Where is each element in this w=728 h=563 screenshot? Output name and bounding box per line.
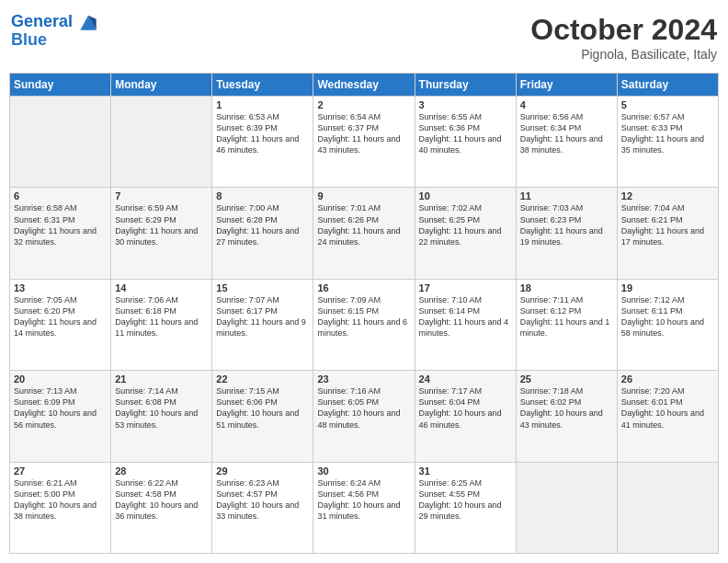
day-info: Sunrise: 6:53 AMSunset: 6:39 PMDaylight:…: [216, 111, 309, 156]
day-number: 6: [14, 190, 107, 201]
table-row: 22 Sunrise: 7:15 AMSunset: 6:06 PMDaylig…: [212, 371, 313, 462]
day-number: 22: [216, 373, 309, 385]
day-info: Sunrise: 6:25 AMSunset: 4:55 PMDaylight:…: [419, 477, 512, 523]
day-number: 19: [621, 282, 714, 293]
table-row: 26 Sunrise: 7:20 AMSunset: 6:01 PMDaylig…: [617, 371, 718, 462]
calendar-table: Sunday Monday Tuesday Wednesday Thursday…: [9, 73, 719, 554]
day-info: Sunrise: 7:15 AMSunset: 6:06 PMDaylight:…: [216, 385, 309, 431]
logo-text2: Blue: [11, 31, 47, 50]
col-friday: Friday: [516, 74, 617, 97]
day-number: 31: [419, 465, 512, 477]
table-row: 21 Sunrise: 7:14 AMSunset: 6:08 PMDaylig…: [111, 371, 212, 462]
table-row: 28 Sunrise: 6:22 AMSunset: 4:58 PMDaylig…: [111, 462, 212, 553]
day-number: 12: [621, 190, 714, 201]
day-info: Sunrise: 7:12 AMSunset: 6:11 PMDaylight:…: [621, 294, 714, 339]
day-info: Sunrise: 6:59 AMSunset: 6:29 PMDaylight:…: [115, 202, 208, 247]
day-info: Sunrise: 7:07 AMSunset: 6:17 PMDaylight:…: [216, 294, 309, 339]
table-row: 23 Sunrise: 7:16 AMSunset: 6:05 PMDaylig…: [313, 371, 415, 462]
calendar-week-row: 27 Sunrise: 6:21 AMSunset: 5:00 PMDaylig…: [10, 462, 719, 553]
day-number: 14: [115, 282, 208, 293]
day-number: 28: [115, 465, 208, 477]
logo-text: General: [11, 13, 97, 31]
day-number: 4: [520, 99, 613, 110]
day-number: 16: [317, 282, 410, 293]
table-row: 30 Sunrise: 6:24 AMSunset: 4:56 PMDaylig…: [313, 462, 415, 553]
day-number: 26: [621, 373, 714, 385]
month-title: October 2024: [530, 13, 717, 47]
table-row: 3 Sunrise: 6:55 AMSunset: 6:36 PMDayligh…: [415, 97, 516, 188]
table-row: [516, 462, 617, 553]
day-info: Sunrise: 6:57 AMSunset: 6:33 PMDaylight:…: [621, 111, 714, 156]
day-info: Sunrise: 7:11 AMSunset: 6:12 PMDaylight:…: [520, 294, 613, 339]
day-number: 27: [14, 465, 107, 477]
calendar-week-row: 20 Sunrise: 7:13 AMSunset: 6:09 PMDaylig…: [10, 371, 719, 462]
day-info: Sunrise: 6:24 AMSunset: 4:56 PMDaylight:…: [317, 477, 410, 523]
table-row: 20 Sunrise: 7:13 AMSunset: 6:09 PMDaylig…: [10, 371, 111, 462]
table-row: 29 Sunrise: 6:23 AMSunset: 4:57 PMDaylig…: [212, 462, 313, 553]
day-number: 1: [216, 99, 309, 110]
day-number: 18: [520, 282, 613, 293]
day-number: 3: [419, 99, 512, 110]
day-number: 8: [216, 190, 309, 201]
day-info: Sunrise: 7:16 AMSunset: 6:05 PMDaylight:…: [317, 385, 410, 431]
table-row: 25 Sunrise: 7:18 AMSunset: 6:02 PMDaylig…: [516, 371, 617, 462]
day-info: Sunrise: 7:13 AMSunset: 6:09 PMDaylight:…: [14, 385, 107, 431]
title-block: October 2024 Pignola, Basilicate, Italy: [530, 13, 717, 62]
day-info: Sunrise: 7:20 AMSunset: 6:01 PMDaylight:…: [621, 385, 714, 431]
day-number: 7: [115, 190, 208, 201]
day-info: Sunrise: 7:17 AMSunset: 6:04 PMDaylight:…: [419, 385, 512, 431]
table-row: 1 Sunrise: 6:53 AMSunset: 6:39 PMDayligh…: [212, 97, 313, 188]
table-row: [617, 462, 718, 553]
day-info: Sunrise: 7:01 AMSunset: 6:26 PMDaylight:…: [317, 202, 410, 247]
col-tuesday: Tuesday: [212, 74, 313, 97]
table-row: 8 Sunrise: 7:00 AMSunset: 6:28 PMDayligh…: [212, 188, 313, 279]
day-number: 21: [115, 373, 208, 385]
logo: General Blue: [11, 13, 97, 50]
day-number: 30: [317, 465, 410, 477]
day-info: Sunrise: 7:06 AMSunset: 6:18 PMDaylight:…: [115, 294, 208, 339]
day-number: 23: [317, 373, 410, 385]
table-row: 7 Sunrise: 6:59 AMSunset: 6:29 PMDayligh…: [111, 188, 212, 279]
table-row: 16 Sunrise: 7:09 AMSunset: 6:15 PMDaylig…: [313, 279, 415, 370]
header: General Blue October 2024 Pignola, Basil…: [9, 9, 719, 65]
day-info: Sunrise: 6:23 AMSunset: 4:57 PMDaylight:…: [216, 477, 309, 523]
day-info: Sunrise: 7:05 AMSunset: 6:20 PMDaylight:…: [14, 294, 107, 339]
table-row: 10 Sunrise: 7:02 AMSunset: 6:25 PMDaylig…: [415, 188, 516, 279]
calendar-week-row: 1 Sunrise: 6:53 AMSunset: 6:39 PMDayligh…: [10, 97, 719, 188]
day-number: 9: [317, 190, 410, 201]
table-row: 17 Sunrise: 7:10 AMSunset: 6:14 PMDaylig…: [415, 279, 516, 370]
logo-icon: [79, 13, 97, 31]
col-thursday: Thursday: [415, 74, 516, 97]
day-number: 15: [216, 282, 309, 293]
day-info: Sunrise: 7:09 AMSunset: 6:15 PMDaylight:…: [317, 294, 410, 339]
day-info: Sunrise: 7:02 AMSunset: 6:25 PMDaylight:…: [419, 202, 512, 247]
table-row: 15 Sunrise: 7:07 AMSunset: 6:17 PMDaylig…: [212, 279, 313, 370]
table-row: 13 Sunrise: 7:05 AMSunset: 6:20 PMDaylig…: [10, 279, 111, 370]
col-monday: Monday: [111, 74, 212, 97]
day-number: 11: [520, 190, 613, 201]
day-number: 24: [419, 373, 512, 385]
day-info: Sunrise: 6:58 AMSunset: 6:31 PMDaylight:…: [14, 202, 107, 247]
day-number: 2: [317, 99, 410, 110]
day-info: Sunrise: 6:21 AMSunset: 5:00 PMDaylight:…: [14, 477, 107, 523]
table-row: 4 Sunrise: 6:56 AMSunset: 6:34 PMDayligh…: [516, 97, 617, 188]
table-row: 11 Sunrise: 7:03 AMSunset: 6:23 PMDaylig…: [516, 188, 617, 279]
calendar-week-row: 13 Sunrise: 7:05 AMSunset: 6:20 PMDaylig…: [10, 279, 719, 370]
table-row: 31 Sunrise: 6:25 AMSunset: 4:55 PMDaylig…: [415, 462, 516, 553]
day-info: Sunrise: 6:56 AMSunset: 6:34 PMDaylight:…: [520, 111, 613, 156]
day-number: 17: [419, 282, 512, 293]
page: General Blue October 2024 Pignola, Basil…: [0, 0, 728, 563]
day-number: 5: [621, 99, 714, 110]
day-info: Sunrise: 7:04 AMSunset: 6:21 PMDaylight:…: [621, 202, 714, 247]
table-row: 24 Sunrise: 7:17 AMSunset: 6:04 PMDaylig…: [415, 371, 516, 462]
day-info: Sunrise: 7:03 AMSunset: 6:23 PMDaylight:…: [520, 202, 613, 247]
col-saturday: Saturday: [617, 74, 718, 97]
table-row: 27 Sunrise: 6:21 AMSunset: 5:00 PMDaylig…: [10, 462, 111, 553]
calendar-header-row: Sunday Monday Tuesday Wednesday Thursday…: [10, 74, 719, 97]
table-row: 2 Sunrise: 6:54 AMSunset: 6:37 PMDayligh…: [313, 97, 415, 188]
calendar-week-row: 6 Sunrise: 6:58 AMSunset: 6:31 PMDayligh…: [10, 188, 719, 279]
day-info: Sunrise: 6:54 AMSunset: 6:37 PMDaylight:…: [317, 111, 410, 156]
day-number: 13: [14, 282, 107, 293]
day-info: Sunrise: 7:14 AMSunset: 6:08 PMDaylight:…: [115, 385, 208, 431]
table-row: 12 Sunrise: 7:04 AMSunset: 6:21 PMDaylig…: [617, 188, 718, 279]
